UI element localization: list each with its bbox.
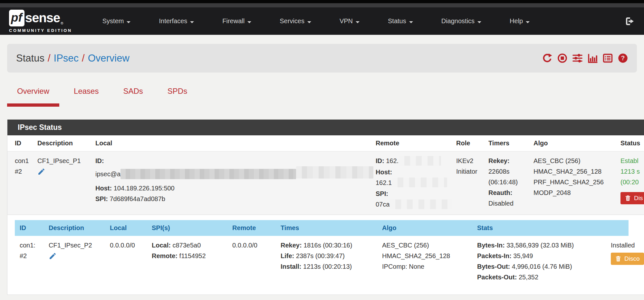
nav-item-help[interactable]: Help	[495, 13, 544, 29]
breadcrumb-overview-link[interactable]: Overview	[88, 53, 130, 64]
cell-role: IKEv2 Initiator	[456, 151, 488, 215]
col-description: Description	[37, 135, 95, 151]
status-established-text: Establ 1213 s (00:20	[620, 156, 644, 188]
cell-algo: AES_CBC (256) HMAC_SHA2_256_128 PRF_HMAC…	[533, 151, 620, 215]
cell-remote: ID: 162. Host: 162.1 SPI: 07ca	[376, 151, 456, 215]
refresh-icon[interactable]	[542, 53, 552, 63]
cell-description: CF1_IPsec_P2	[44, 236, 105, 287]
col-id: ID	[7, 135, 37, 151]
cell-timers: Rekey: 22608s (06:16:48) Reauth: Disable…	[488, 151, 533, 215]
col-local: Local	[95, 135, 376, 151]
col-times: Times	[276, 220, 377, 236]
edit-pencil-icon[interactable]	[49, 252, 57, 263]
bar-chart-icon[interactable]	[588, 53, 598, 63]
chevron-down-icon	[307, 21, 311, 23]
col-algo: Algo	[533, 135, 620, 151]
nav-menu: System Interfaces Firewall Services VPN …	[88, 13, 544, 29]
breadcrumb-bar: Status/IPsec/Overview ?	[7, 44, 637, 73]
tab-overview[interactable]: Overview	[7, 87, 59, 107]
tab-leases[interactable]: Leases	[64, 87, 109, 107]
ipsec-status-panel: IPsec Status ID Description Local Remote…	[7, 120, 644, 295]
col-timers: Timers	[488, 135, 533, 151]
cell-algo: AES_CBC (256) HMAC_SHA2_256_128 IPComp: …	[377, 236, 472, 287]
window-title-strip	[0, 3, 644, 7]
cell-local: ID: ipsec@a Host: 104.189.226.195:500 SP…	[95, 151, 376, 215]
col-description: Description	[44, 220, 105, 236]
cell-stats: Bytes-In: 33,586,939 (32.03 MiB) Packets…	[472, 236, 606, 287]
tab-spds[interactable]: SPDs	[158, 87, 197, 107]
child-sa-section: ID Description Local SPI(s) Remote Times…	[7, 215, 644, 295]
edit-pencil-icon[interactable]	[37, 168, 45, 179]
svg-text:?: ?	[621, 54, 625, 62]
redacted-block	[120, 169, 296, 179]
stop-icon[interactable]	[557, 53, 567, 63]
col-algo: Algo	[377, 220, 472, 236]
col-local: Local	[105, 220, 147, 236]
breadcrumb-status: Status	[16, 53, 44, 64]
nav-item-system[interactable]: System	[88, 13, 145, 29]
cell-remote: 0.0.0.0/0	[227, 236, 276, 287]
col-remote: Remote	[376, 135, 456, 151]
chevron-down-icon	[409, 21, 413, 23]
chevron-down-icon	[127, 21, 130, 23]
logo-edition-text: COMMUNITY EDITION	[9, 28, 72, 33]
cell-spis: Local: c873e5a0 Remote: f1154952	[147, 236, 227, 287]
child-header-row: ID Description Local SPI(s) Remote Times…	[15, 220, 629, 236]
nav-item-diagnostics[interactable]: Diagnostics	[427, 13, 495, 29]
redacted-block	[296, 166, 373, 179]
nav-item-firewall[interactable]: Firewall	[208, 13, 265, 29]
redacted-block	[389, 199, 452, 209]
logo-registered-mark: ®	[61, 21, 63, 25]
child-sa-table: ID Description Local SPI(s) Remote Times…	[15, 220, 629, 287]
trash-icon	[625, 195, 631, 201]
chevron-down-icon	[190, 21, 194, 23]
sign-out-icon[interactable]	[625, 16, 635, 26]
logo-sense-text: sense	[25, 11, 60, 25]
window-top-strip	[0, 0, 644, 3]
disconnect-child-button[interactable]: Disco	[611, 253, 644, 265]
tab-sads[interactable]: SADs	[113, 87, 153, 107]
redacted-block	[399, 156, 441, 166]
status-installed-text: Installed	[611, 240, 625, 251]
table-header-row: ID Description Local Remote Role Timers …	[7, 135, 644, 151]
col-stats: Stats	[472, 220, 606, 236]
ipsec-tabs: Overview Leases SADs SPDs	[7, 87, 644, 107]
breadcrumb: Status/IPsec/Overview	[16, 53, 130, 64]
chevron-down-icon	[356, 21, 360, 23]
nav-item-vpn[interactable]: VPN	[325, 13, 374, 29]
top-navbar: pf sense ® COMMUNITY EDITION System Inte…	[0, 7, 644, 35]
filter-sliders-icon[interactable]	[572, 53, 582, 63]
chevron-down-icon	[526, 21, 530, 23]
cell-status: Establ 1213 s (00:20 Dis	[620, 151, 644, 215]
trash-icon	[615, 256, 621, 262]
col-status: Status	[620, 135, 644, 151]
cell-id: con1 #2	[7, 151, 37, 215]
help-icon[interactable]: ?	[618, 53, 628, 63]
breadcrumb-ipsec-link[interactable]: IPsec	[54, 53, 79, 64]
cell-child-status: Installed Disco	[606, 236, 629, 287]
nav-item-interfaces[interactable]: Interfaces	[145, 13, 208, 29]
chevron-down-icon	[477, 21, 481, 23]
redacted-block	[392, 178, 447, 187]
ipsec-status-table: ID Description Local Remote Role Timers …	[7, 135, 644, 215]
panel-title: IPsec Status	[7, 120, 644, 135]
nav-item-services[interactable]: Services	[265, 13, 325, 29]
disconnect-button[interactable]: Dis	[620, 192, 644, 204]
log-list-icon[interactable]	[603, 53, 613, 63]
chevron-down-icon	[247, 21, 251, 23]
col-remote: Remote	[227, 220, 276, 236]
cell-id: con1: #2	[15, 236, 44, 287]
table-row: con1: #2 CF1_IPsec_P2 0.0.0.0/0 Local: c…	[15, 236, 629, 287]
page-action-icons: ?	[542, 53, 628, 63]
cell-description: CF1_IPsec_P1	[37, 151, 95, 215]
cell-local: 0.0.0.0/0	[105, 236, 147, 287]
pfsense-logo[interactable]: pf sense ® COMMUNITY EDITION	[9, 10, 72, 33]
nav-item-status[interactable]: Status	[374, 13, 427, 29]
cell-times: Rekey: 1816s (00:30:16) Life: 2387s (00:…	[276, 236, 377, 287]
col-spis: SPI(s)	[147, 220, 227, 236]
col-role: Role	[456, 135, 488, 151]
col-child-status	[606, 220, 629, 236]
logo-pf-mark: pf	[9, 10, 24, 26]
col-id: ID	[15, 220, 44, 236]
table-row: con1 #2 CF1_IPsec_P1 ID: ipsec@a Host: 1…	[7, 151, 644, 215]
